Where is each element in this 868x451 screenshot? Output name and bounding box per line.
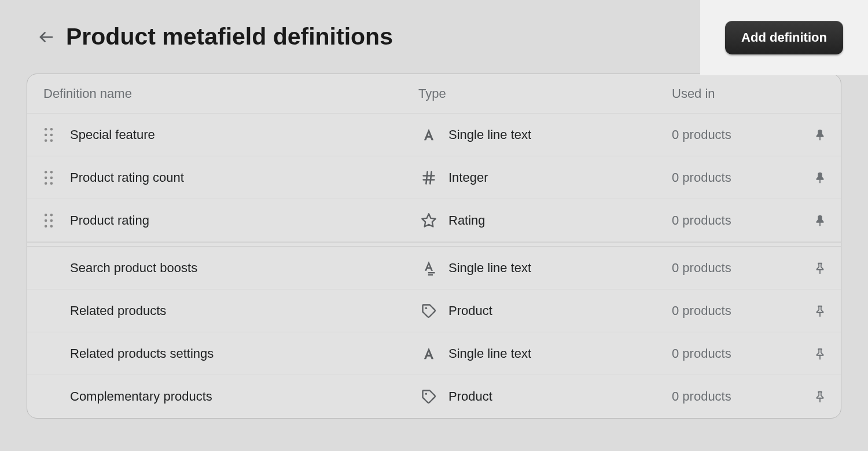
svg-point-20 xyxy=(50,219,53,222)
rating-icon xyxy=(418,210,439,231)
used-in-count: 0 products xyxy=(672,261,808,276)
pin-button[interactable] xyxy=(808,261,832,276)
pin-filled-icon xyxy=(814,213,826,228)
svg-point-22 xyxy=(50,225,53,228)
type-label: Rating xyxy=(448,213,486,228)
type-label: Product xyxy=(448,303,492,318)
table-row[interactable]: Complementary productsProduct0 products xyxy=(27,375,841,418)
svg-point-6 xyxy=(50,139,53,142)
column-header-used: Used in xyxy=(672,86,808,101)
type-label: Single line text xyxy=(448,261,531,276)
text-icon xyxy=(418,343,439,364)
table-header-row: Definition name Type Used in xyxy=(27,74,841,113)
column-header-name: Definition name xyxy=(43,86,418,101)
pin-button[interactable] xyxy=(808,127,832,142)
svg-point-3 xyxy=(45,133,47,136)
definition-name: Related products xyxy=(70,303,166,318)
pin-button[interactable] xyxy=(808,170,832,185)
pin-outline-icon xyxy=(814,261,826,276)
type-label: Integer xyxy=(448,170,488,185)
svg-point-9 xyxy=(45,176,47,179)
table-row[interactable]: Special featureSingle line text0 product… xyxy=(27,113,841,156)
definition-name: Complementary products xyxy=(70,389,212,404)
pin-filled-icon xyxy=(814,127,826,142)
svg-line-16 xyxy=(430,171,431,184)
svg-point-18 xyxy=(50,213,53,216)
used-in-count: 0 products xyxy=(672,346,808,361)
table-row[interactable]: Search product boostsSingle line text0 p… xyxy=(27,247,841,289)
svg-rect-31 xyxy=(428,274,433,275)
add-definition-highlight: Add definition xyxy=(700,0,868,75)
definitions-table: Definition name Type Used in Special fea… xyxy=(27,74,841,419)
svg-point-11 xyxy=(45,182,47,185)
svg-point-10 xyxy=(50,176,53,179)
svg-point-2 xyxy=(50,127,53,130)
svg-line-15 xyxy=(426,171,427,184)
text-icon xyxy=(418,124,439,145)
type-label: Single line text xyxy=(448,127,531,142)
pin-button[interactable] xyxy=(808,346,832,361)
svg-point-4 xyxy=(50,133,53,136)
type-label: Product xyxy=(448,389,492,404)
pin-button[interactable] xyxy=(808,303,832,318)
svg-rect-30 xyxy=(428,272,435,273)
pin-outline-icon xyxy=(814,389,826,404)
pin-button[interactable] xyxy=(808,389,832,404)
svg-point-8 xyxy=(50,170,53,173)
column-header-type: Type xyxy=(418,86,672,101)
drag-handle-icon[interactable] xyxy=(43,127,70,142)
pin-outline-icon xyxy=(814,303,826,318)
pin-filled-icon xyxy=(814,170,826,185)
definition-name: Product rating xyxy=(70,213,149,228)
table-row[interactable]: Product ratingRating0 products xyxy=(27,199,841,242)
svg-marker-23 xyxy=(422,214,435,226)
svg-point-21 xyxy=(45,225,47,228)
svg-point-19 xyxy=(45,219,47,222)
table-row[interactable]: Related products settingsSingle line tex… xyxy=(27,332,841,375)
used-in-count: 0 products xyxy=(672,213,808,228)
integer-icon xyxy=(418,167,439,188)
svg-point-7 xyxy=(45,170,47,173)
svg-point-5 xyxy=(45,139,47,142)
svg-point-39 xyxy=(425,307,428,309)
svg-point-54 xyxy=(425,393,428,395)
group-divider xyxy=(27,242,841,247)
definition-name: Product rating count xyxy=(70,170,184,185)
definition-name: Search product boosts xyxy=(70,261,197,276)
drag-handle-icon[interactable] xyxy=(43,170,70,185)
pin-button[interactable] xyxy=(808,213,832,228)
arrow-left-icon xyxy=(38,28,55,46)
product-icon xyxy=(418,386,439,407)
add-definition-button[interactable]: Add definition xyxy=(725,21,843,54)
product-icon xyxy=(418,300,439,321)
table-row[interactable]: Product rating countInteger0 products xyxy=(27,156,841,199)
svg-point-1 xyxy=(45,127,47,130)
svg-point-17 xyxy=(45,213,47,216)
used-in-count: 0 products xyxy=(672,303,808,318)
definition-name: Related products settings xyxy=(70,346,214,361)
svg-point-12 xyxy=(50,182,53,185)
used-in-count: 0 products xyxy=(672,170,808,185)
back-button[interactable] xyxy=(35,25,58,49)
definition-name: Special feature xyxy=(70,127,155,142)
used-in-count: 0 products xyxy=(672,127,808,142)
type-label: Single line text xyxy=(448,346,531,361)
drag-handle-icon[interactable] xyxy=(43,213,70,228)
pin-outline-icon xyxy=(814,346,826,361)
page-title: Product metafield definitions xyxy=(66,23,393,50)
text-underline-icon xyxy=(418,258,439,278)
used-in-count: 0 products xyxy=(672,389,808,404)
table-row[interactable]: Related productsProduct0 products xyxy=(27,289,841,332)
